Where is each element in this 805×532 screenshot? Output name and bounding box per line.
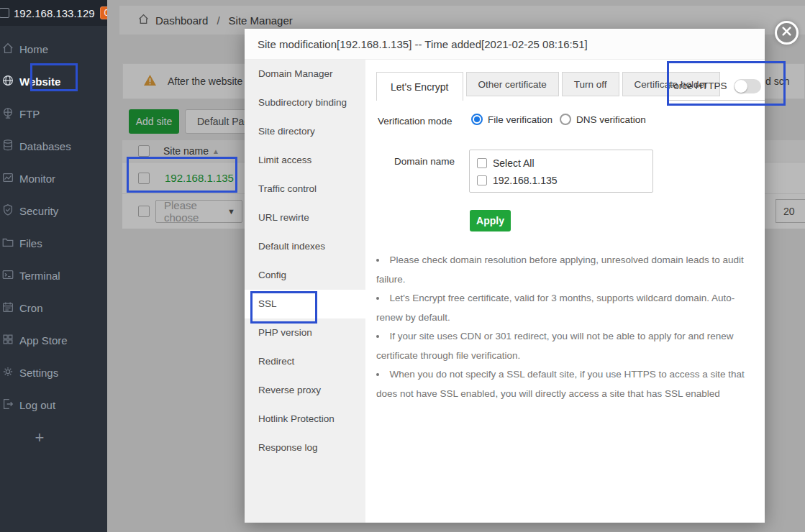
tab-lets-encrypt[interactable]: Let's Encrypt bbox=[376, 72, 463, 101]
sidebar-item-label: Log out bbox=[19, 399, 55, 411]
force-https-label: Force HTTPS bbox=[668, 81, 727, 91]
apply-button[interactable]: Apply bbox=[470, 210, 511, 231]
sidebar-item-files[interactable]: Files bbox=[0, 227, 107, 260]
sidebar-item-label: Databases bbox=[19, 140, 71, 152]
message-count-badge[interactable]: 0 bbox=[100, 6, 107, 19]
radio-selected-icon bbox=[471, 114, 483, 125]
sidebar-item-settings[interactable]: Settings bbox=[0, 357, 107, 389]
menu-item-redirect[interactable]: Redirect bbox=[245, 347, 365, 376]
note-item: When you do not specify a SSL default si… bbox=[376, 365, 758, 403]
ssl-notes: Please check domain resolution before ap… bbox=[376, 251, 758, 403]
modal-content: Let's Encrypt Other certificate Turn off… bbox=[365, 60, 765, 523]
menu-item-response-log[interactable]: Response log bbox=[245, 434, 365, 462]
sidebar-item-label: Security bbox=[19, 205, 58, 217]
sidebar-item-label: Monitor bbox=[19, 173, 55, 185]
force-https-toggle[interactable] bbox=[734, 79, 761, 93]
radio-label: DNS verification bbox=[576, 114, 646, 125]
menu-item-url-rewrite[interactable]: URL rewirte bbox=[245, 203, 365, 232]
sidebar-nav: Home Website FTP Databases Monitor Secur… bbox=[0, 26, 107, 454]
menu-item-traffic-control[interactable]: Traffic control bbox=[245, 175, 365, 203]
gear-icon bbox=[1, 365, 14, 380]
sidebar-item-logout[interactable]: Log out bbox=[0, 389, 107, 421]
radio-file-verification[interactable]: File verification bbox=[471, 114, 552, 125]
folder-icon bbox=[1, 236, 14, 251]
server-ip: 192.168.133.129 bbox=[14, 7, 95, 19]
domain-select-all-row[interactable]: Select All bbox=[477, 155, 645, 172]
grid-icon bbox=[1, 333, 14, 348]
sidebar-add-button[interactable]: + bbox=[0, 421, 79, 454]
select-all-checkbox[interactable] bbox=[477, 158, 487, 168]
sidebar-item-label: Files bbox=[19, 237, 42, 249]
logout-icon bbox=[1, 398, 14, 413]
database-icon bbox=[1, 139, 14, 154]
menu-item-site-directory[interactable]: Site directory bbox=[245, 117, 365, 146]
radio-unselected-icon bbox=[560, 114, 571, 125]
sidebar-item-label: Website bbox=[19, 75, 60, 88]
menu-item-domain-manager[interactable]: Domain Manager bbox=[245, 60, 365, 88]
sidebar-item-home[interactable]: Home bbox=[0, 33, 107, 65]
calendar-icon bbox=[1, 301, 14, 316]
sidebar-item-monitor[interactable]: Monitor bbox=[0, 162, 107, 195]
close-icon bbox=[781, 26, 792, 40]
sidebar-item-website[interactable]: Website bbox=[0, 65, 107, 98]
terminal-icon bbox=[1, 268, 14, 283]
sidebar-item-label: FTP bbox=[19, 108, 40, 120]
sidebar: 192.168.133.129 0 Home Website FTP Datab… bbox=[0, 0, 107, 532]
radio-dns-verification[interactable]: DNS verification bbox=[560, 114, 646, 125]
modal-close-button[interactable] bbox=[775, 21, 799, 45]
sidebar-server-bar: 192.168.133.129 0 bbox=[0, 0, 107, 26]
server-list-icon bbox=[0, 8, 9, 18]
app-root: 192.168.133.129 0 Home Website FTP Datab… bbox=[0, 0, 805, 532]
menu-item-limit-access[interactable]: Limit access bbox=[245, 146, 365, 175]
sidebar-item-ftp[interactable]: FTP bbox=[0, 98, 107, 130]
menu-item-php-version[interactable]: PHP version bbox=[245, 318, 365, 347]
sidebar-item-cron[interactable]: Cron bbox=[0, 292, 107, 324]
note-item: Please check domain resolution before ap… bbox=[376, 251, 758, 289]
domain-list-box: Select All 192.168.1.135 bbox=[469, 150, 653, 193]
domain-name-label: Domain name bbox=[394, 156, 455, 167]
select-all-label: Select All bbox=[493, 157, 535, 169]
menu-item-ssl[interactable]: SSL bbox=[245, 290, 365, 318]
verification-mode-label: Verification mode bbox=[378, 116, 452, 127]
menu-item-hotlink-protection[interactable]: Hotlink Protection bbox=[245, 405, 365, 434]
home-icon bbox=[1, 42, 14, 57]
modal-side-menu: Domain Manager Subdirectory binding Site… bbox=[245, 60, 365, 523]
note-item: If your site uses CDN or 301 redirect, y… bbox=[376, 327, 758, 365]
globe-icon bbox=[1, 74, 14, 89]
sidebar-item-label: App Store bbox=[19, 334, 68, 347]
tab-turn-off[interactable]: Turn off bbox=[562, 72, 619, 96]
toggle-knob bbox=[734, 80, 747, 93]
tab-other-certificate[interactable]: Other certificate bbox=[466, 72, 559, 96]
note-item: Let's Encrypt free certificate, valid fo… bbox=[376, 289, 758, 327]
site-modification-modal: Site modification[192.168.1.135] -- Time… bbox=[245, 29, 765, 523]
menu-item-default-indexes[interactable]: Default indexes bbox=[245, 232, 365, 261]
sidebar-item-label: Cron bbox=[19, 302, 43, 314]
monitor-icon bbox=[1, 171, 14, 186]
sidebar-item-terminal[interactable]: Terminal bbox=[0, 260, 107, 292]
shield-icon bbox=[1, 203, 14, 219]
menu-item-reverse-proxy[interactable]: Reverse proxy bbox=[245, 376, 365, 405]
domain-item-row[interactable]: 192.168.1.135 bbox=[477, 172, 645, 189]
sidebar-item-label: Settings bbox=[19, 367, 58, 379]
ftp-icon bbox=[1, 106, 14, 121]
menu-item-subdirectory-binding[interactable]: Subdirectory binding bbox=[245, 88, 365, 117]
domain-label-text: 192.168.1.135 bbox=[493, 175, 558, 186]
sidebar-item-label: Terminal bbox=[19, 270, 60, 282]
sidebar-item-databases[interactable]: Databases bbox=[0, 130, 107, 162]
domain-checkbox[interactable] bbox=[477, 175, 487, 185]
sidebar-item-security[interactable]: Security bbox=[0, 195, 107, 227]
radio-label: File verification bbox=[488, 114, 552, 125]
sidebar-item-label: Home bbox=[19, 43, 48, 55]
sidebar-item-app-store[interactable]: App Store bbox=[0, 324, 107, 357]
force-https-control: Force HTTPS bbox=[668, 72, 765, 101]
modal-title: Site modification[192.168.1.135] -- Time… bbox=[245, 29, 765, 60]
menu-item-config[interactable]: Config bbox=[245, 261, 365, 290]
